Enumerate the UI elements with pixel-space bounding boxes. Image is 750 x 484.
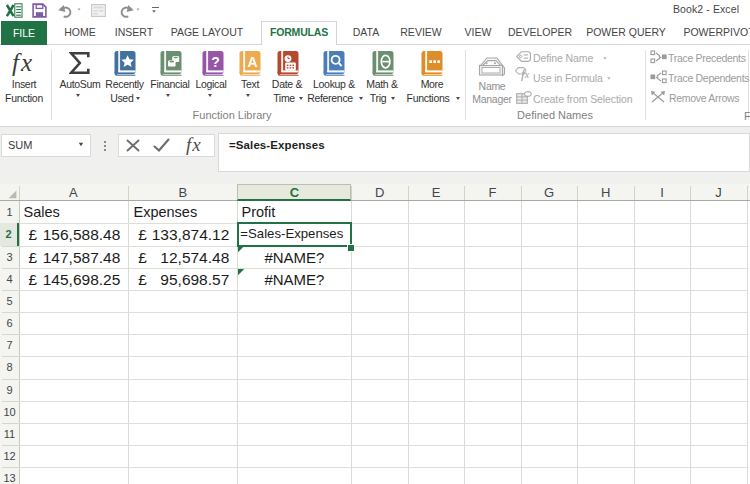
svg-text:A: A	[247, 53, 257, 69]
svg-text:?: ?	[211, 53, 220, 69]
